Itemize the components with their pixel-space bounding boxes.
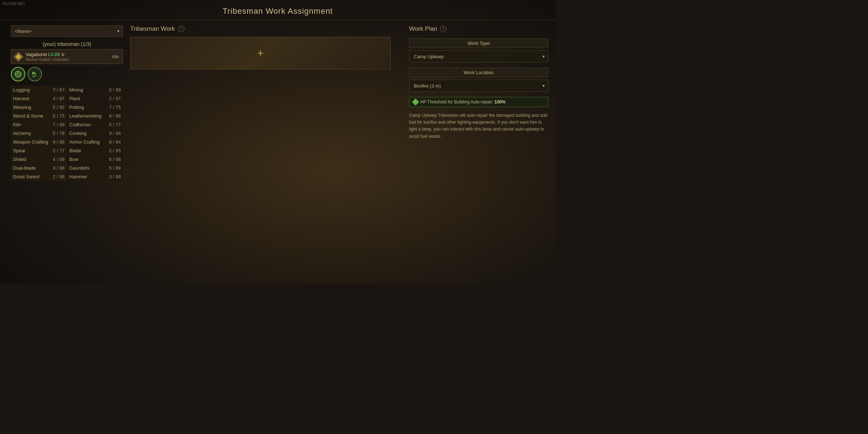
skill-name: Bow <box>69 157 78 162</box>
skill-value: 6 / 77 <box>109 122 121 127</box>
skill-row: Weapon Crafting9 / 98 <box>11 138 67 146</box>
tribesman-dropdown-container: <None> ▼ <box>11 25 123 37</box>
skill-name: Great Sword <box>13 174 39 179</box>
skill-row: Kiln7 / 99 <box>11 120 67 129</box>
tribesman-name-text: Vagabond <box>26 52 47 57</box>
tribesman-diamond-icon <box>13 51 24 61</box>
skill-value: 2 / 86 <box>53 174 65 179</box>
work-plan-title: Work Plan <box>409 25 437 33</box>
work-type-container: Camp Upkeep ▼ <box>409 50 548 63</box>
center-panel: Tribesman Work ? + <box>130 25 391 69</box>
skill-row: Alchemy5 / 78 <box>11 129 67 137</box>
target-icon <box>14 70 22 78</box>
page-title: Tribesman Work Assignment <box>0 7 556 16</box>
skill-value: 4 / 87 <box>53 96 65 101</box>
skill-row: Craftsman6 / 77 <box>67 120 123 129</box>
skill-row: Mining5 / 99 <box>67 86 123 94</box>
skill-name: Potting <box>69 105 84 110</box>
hands-icon-button[interactable] <box>27 67 42 81</box>
skill-value: 9 / 94 <box>109 131 121 136</box>
skill-name: Leatherworking <box>69 113 102 119</box>
skill-row: Wood & Stone5 / 75 <box>11 112 67 120</box>
tribesman-diamond-inner <box>16 54 22 60</box>
skill-value: 7 / 87 <box>53 87 65 93</box>
skill-value: 5 / 78 <box>53 131 65 136</box>
skill-name: Weapon Crafting <box>13 139 48 145</box>
tribesman-name: Vagabond LV.20 ⚙ <box>26 52 112 57</box>
skill-row: Gauntlets5 / 89 <box>67 164 123 172</box>
skill-name: Craftsman <box>69 122 91 127</box>
skill-name: Cooking <box>69 131 87 136</box>
tribesman-status: Idle <box>112 54 119 59</box>
work-plan-help-icon[interactable]: ? <box>440 26 447 32</box>
skill-row: Great Sword2 / 86 <box>11 173 67 181</box>
skill-value: 2 / 77 <box>53 148 65 153</box>
skill-name: Plant <box>69 96 80 101</box>
tribesman-row[interactable]: Vagabond LV.20 ⚙ Novice Guard <Outcast> … <box>11 49 123 64</box>
svg-point-2 <box>18 74 19 75</box>
work-plan-description: Camp Upkeep Tribesmen will auto-repair t… <box>409 112 548 140</box>
skill-name: Armor Crafting <box>69 139 100 145</box>
skill-value: 5 / 99 <box>109 87 121 93</box>
skill-name: Dual-blade <box>13 165 36 171</box>
skill-name: Shield <box>13 157 26 162</box>
tribesman-work-help-icon[interactable]: ? <box>178 26 184 32</box>
top-separator <box>0 20 556 20</box>
skill-value: 7 / 75 <box>109 105 121 110</box>
skill-row: Potting7 / 75 <box>67 103 123 111</box>
skill-row: Hammer3 / 98 <box>67 173 123 181</box>
gear-icon: ⚙ <box>61 52 65 57</box>
skill-name: Kiln <box>13 122 21 127</box>
skill-row: Plant2 / 97 <box>67 94 123 103</box>
skill-row: Cooking9 / 94 <box>67 129 123 137</box>
work-plan-header: Work Plan ? <box>409 25 548 33</box>
hp-threshold: HP Threshold for Building Auto-repair: 1… <box>409 97 548 107</box>
skill-name: Weaving <box>13 105 31 110</box>
skill-name: Logging <box>13 87 30 93</box>
skill-row: Shield4 / 89 <box>11 155 67 163</box>
hp-diamond-icon <box>412 98 419 106</box>
skills-grid: Logging7 / 87Mining5 / 99Harvest4 / 87Pl… <box>11 86 123 181</box>
tribesman-header: (your) tribesman (1/3) <box>11 41 123 47</box>
left-panel: <None> ▼ (your) tribesman (1/3) Vagabond… <box>11 25 123 181</box>
skill-row: Harvest4 / 87 <box>11 94 67 103</box>
skill-name: Harvest <box>13 96 29 101</box>
skill-row: Logging7 / 87 <box>11 86 67 94</box>
skill-value: 2 / 95 <box>109 148 121 153</box>
tribesman-info: Vagabond LV.20 ⚙ Novice Guard <Outcast> <box>26 52 112 61</box>
skill-value: 8 / 84 <box>109 139 121 145</box>
tribesman-dropdown[interactable]: <None> <box>11 25 123 37</box>
skill-row: Weaving5 / 92 <box>11 103 67 111</box>
add-work-icon: + <box>257 47 264 59</box>
skill-row: Armor Crafting8 / 84 <box>67 138 123 146</box>
tribesman-work-header: Tribesman Work ? <box>130 25 391 33</box>
skill-row: Dual-blade3 / 88 <box>11 164 67 172</box>
skill-name: Mining <box>69 87 83 93</box>
icons-row <box>11 67 123 81</box>
skill-value: 2 / 97 <box>109 96 121 101</box>
skill-value: 5 / 75 <box>53 113 65 119</box>
work-location-label: Work Location <box>409 68 548 77</box>
skill-value: 9 / 98 <box>53 139 65 145</box>
skill-value: 3 / 98 <box>109 174 121 179</box>
skill-name: Blade <box>69 148 81 153</box>
skill-name: Alchemy <box>13 131 31 136</box>
skill-name: Hammer <box>69 174 88 179</box>
work-type-select[interactable]: Camp Upkeep <box>409 50 548 63</box>
skill-row: Spear2 / 77 <box>11 146 67 155</box>
skills-icon-button[interactable] <box>11 67 25 81</box>
right-panel: Work Plan ? Work Type Camp Upkeep ▼ Work… <box>409 25 548 140</box>
skill-name: Wood & Stone <box>13 113 43 119</box>
skill-row: Blade2 / 95 <box>67 146 123 155</box>
work-slot[interactable]: + <box>130 37 391 69</box>
work-location-container: Bonfire (3 m) ▼ <box>409 80 548 92</box>
hp-threshold-value: 100% <box>494 99 506 105</box>
work-type-label: Work Type <box>409 38 548 48</box>
skill-value: 4 / 89 <box>53 157 65 162</box>
skill-row: Leatherworking8 / 96 <box>67 112 123 120</box>
skill-value: 7 / 99 <box>53 122 65 127</box>
skill-row: Bow6 / 98 <box>67 155 123 163</box>
skill-value: 5 / 92 <box>53 105 65 110</box>
work-location-select[interactable]: Bonfire (3 m) <box>409 80 548 92</box>
skill-value: 8 / 96 <box>109 113 121 119</box>
